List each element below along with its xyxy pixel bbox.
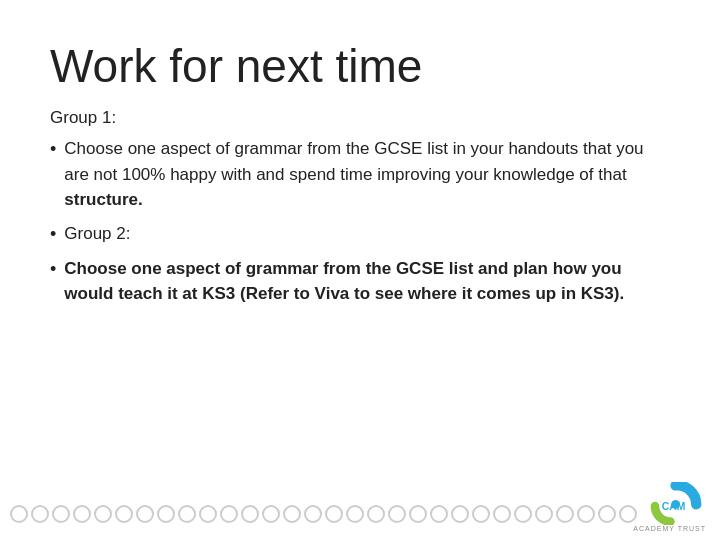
circle-20 [409,505,427,523]
circle-1 [10,505,28,523]
circle-10 [199,505,217,523]
circle-8 [157,505,175,523]
circle-15 [304,505,322,523]
bullet-item-3: • Choose one aspect of grammar from the … [50,256,670,307]
circle-23 [472,505,490,523]
slide: Work for next time Group 1: • Choose one… [0,0,720,540]
circle-12 [241,505,259,523]
bullet-dot-1: • [50,136,56,163]
bullet-text-2: Group 2: [64,221,130,247]
circle-6 [115,505,133,523]
circle-22 [451,505,469,523]
bullet-text-1: Choose one aspect of grammar from the GC… [64,136,670,213]
circle-18 [367,505,385,523]
circle-21 [430,505,448,523]
circle-13 [262,505,280,523]
circle-29 [598,505,616,523]
circle-16 [325,505,343,523]
circle-14 [283,505,301,523]
cam-logo-svg: CAM [638,482,708,525]
decorative-circles [10,505,710,523]
circle-24 [493,505,511,523]
circle-2 [31,505,49,523]
cam-sub-label: ACADEMY TRUST [633,525,706,532]
circle-4 [73,505,91,523]
circle-26 [535,505,553,523]
circle-28 [577,505,595,523]
circle-5 [94,505,112,523]
bullet-item-1: • Choose one aspect of grammar from the … [50,136,670,213]
cam-logo: CAM ACADEMY TRUST [628,482,708,532]
circle-17 [346,505,364,523]
bullet-item-2: • Group 2: [50,221,670,248]
circle-9 [178,505,196,523]
circle-19 [388,505,406,523]
slide-title: Work for next time [50,40,670,93]
group1-label: Group 1: [50,105,670,131]
circle-7 [136,505,154,523]
circle-3 [52,505,70,523]
bullet-text-3: Choose one aspect of grammar from the GC… [64,256,670,307]
circle-25 [514,505,532,523]
bullet-dot-2: • [50,221,56,248]
svg-text:CAM: CAM [662,501,686,512]
bullet-dot-3: • [50,256,56,283]
bottom-bar [0,488,720,540]
circle-27 [556,505,574,523]
content-area: Group 1: • Choose one aspect of grammar … [50,105,670,307]
circle-11 [220,505,238,523]
